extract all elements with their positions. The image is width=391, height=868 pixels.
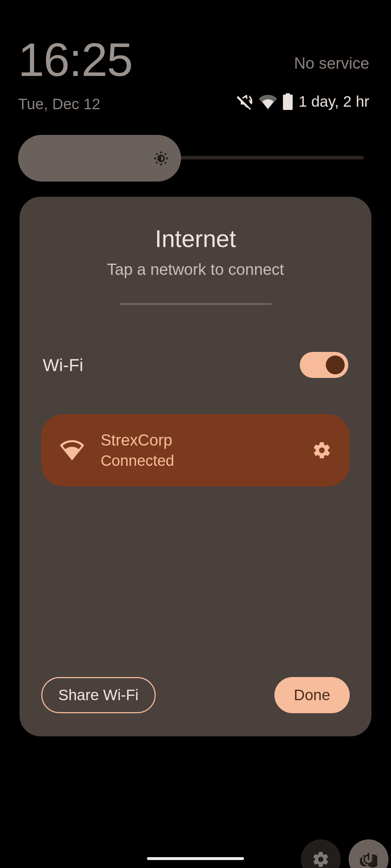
status-icons: 1 day, 2 hr (236, 93, 369, 111)
network-text: StrexCorp Connected (101, 431, 312, 469)
done-button[interactable]: Done (274, 677, 350, 713)
wifi-toggle-switch[interactable] (300, 352, 348, 378)
wifi-toggle-knob (326, 356, 345, 374)
panel-subtitle: Tap a network to connect (41, 260, 350, 278)
share-wifi-button[interactable]: Share Wi-Fi (41, 677, 156, 713)
carrier-status: No service (294, 54, 369, 72)
network-status: Connected (101, 452, 312, 469)
battery-icon (283, 93, 293, 110)
brightness-thumb[interactable] (18, 135, 181, 182)
battery-text: 1 day, 2 hr (299, 93, 369, 110)
wifi-toggle-row: Wi-Fi (41, 352, 350, 378)
settings-button[interactable] (301, 839, 341, 868)
internet-panel: Internet Tap a network to connect Wi-Fi … (20, 197, 371, 736)
panel-title: Internet (41, 225, 350, 252)
wifi-partial-icon (59, 440, 85, 460)
power-button[interactable] (349, 839, 388, 868)
mute-icon (236, 93, 253, 110)
network-settings-button[interactable] (312, 441, 332, 460)
network-name: StrexCorp (101, 431, 312, 449)
network-row[interactable]: StrexCorp Connected (41, 414, 350, 486)
wifi-label: Wi-Fi (43, 355, 83, 375)
status-area: 16:25 No service Tue, Dec 12 1 day, 2 hr (0, 0, 391, 113)
wifi-status-icon (259, 93, 277, 111)
nav-handle[interactable] (147, 857, 244, 860)
brightness-slider[interactable] (18, 135, 364, 182)
panel-divider (119, 303, 272, 305)
